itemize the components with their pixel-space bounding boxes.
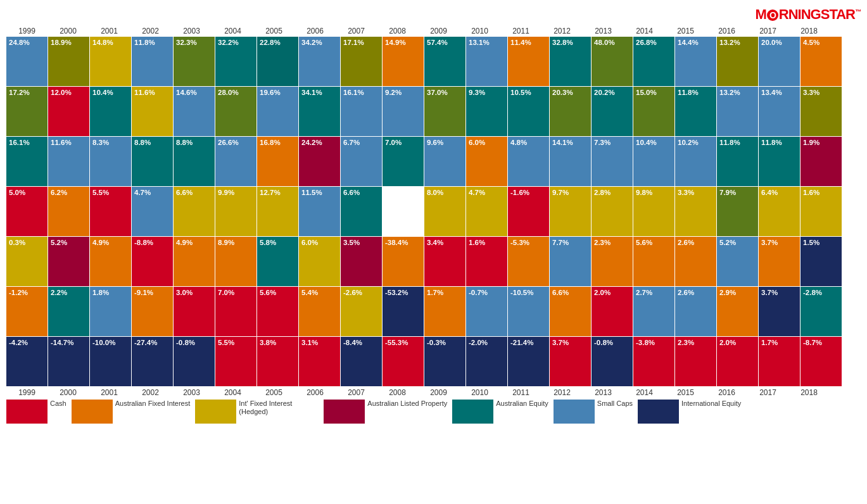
- return-cell: 26.6%: [215, 137, 256, 186]
- header: MORNINGSTAR™: [6, 6, 861, 23]
- legend-item: Small Caps: [554, 400, 633, 424]
- return-cell: 13.2%: [717, 87, 758, 136]
- return-cell: 6.0%: [466, 137, 507, 186]
- return-cell: 12.7%: [257, 187, 298, 236]
- return-cell: 11.8%: [759, 137, 800, 186]
- legend-label: Australian Fixed Interest: [113, 400, 191, 408]
- year-label: 2006: [294, 27, 336, 35]
- year-label: 2017: [747, 388, 788, 397]
- return-cell: 34.1%: [299, 87, 340, 136]
- return-cell: 20.2%: [592, 87, 633, 136]
- legend-item: International Equity: [638, 400, 741, 424]
- year-label: 2008: [377, 27, 418, 35]
- return-cell: 6.7%: [341, 137, 382, 186]
- return-cell: 2.0%: [592, 287, 633, 336]
- grid-row: 24.8%18.9%14.8%11.8%32.3%32.2%22.8%34.2%…: [6, 37, 861, 86]
- year-label: 2009: [418, 388, 459, 397]
- year-label: 2002: [130, 388, 171, 397]
- legend-color-box: [554, 400, 595, 424]
- return-cell: 10.4%: [90, 87, 131, 136]
- year-label: 2017: [747, 27, 788, 35]
- return-cell: 16.1%: [6, 137, 47, 186]
- return-cell: -5.3%: [508, 237, 549, 286]
- return-cell: 4.8%: [508, 137, 549, 186]
- year-label: 2011: [500, 27, 541, 35]
- return-cell: -0.7%: [466, 287, 507, 336]
- return-cell: 6.2%: [48, 187, 89, 236]
- return-cell: 3.7%: [759, 287, 800, 336]
- year-label: 2000: [47, 388, 89, 397]
- return-cell: 20.0%: [759, 37, 800, 86]
- return-cell: 17.1%: [341, 37, 382, 86]
- year-label: 1999: [6, 388, 47, 397]
- return-cell: 13.1%: [466, 37, 507, 86]
- return-cell: 20.3%: [550, 87, 591, 136]
- year-label: 2015: [665, 388, 706, 397]
- return-cell: 6.6%: [341, 187, 382, 236]
- year-label: 2014: [624, 388, 665, 397]
- return-cell: -1.6%: [508, 187, 549, 236]
- year-label: 2005: [253, 27, 294, 35]
- year-label: 2018: [788, 388, 830, 397]
- year-label: 2006: [294, 388, 336, 397]
- legend-item: Australian Listed Property: [324, 400, 447, 424]
- year-label: 2002: [130, 27, 171, 35]
- grid-row: 5.0%6.2%5.5%4.7%6.6%9.9%12.7%11.5%6.6%-2…: [6, 187, 861, 236]
- return-cell: 11.6%: [132, 87, 173, 136]
- return-cell: 0.3%: [6, 237, 47, 286]
- return-cell: -53.2%: [383, 287, 424, 336]
- return-cell: -0.3%: [424, 337, 465, 386]
- return-cell: 7.0%: [383, 137, 424, 186]
- return-cell: 11.8%: [132, 37, 173, 86]
- year-label: 2014: [624, 27, 665, 35]
- return-cell: 5.4%: [299, 287, 340, 336]
- legend-label: Australian Equity: [493, 400, 548, 408]
- return-cell: 6.6%: [550, 287, 591, 336]
- return-cell: 17.2%: [6, 87, 47, 136]
- return-cell: 11.5%: [299, 187, 340, 236]
- return-cell: 13.2%: [717, 37, 758, 86]
- return-cell: 24.8%: [6, 37, 47, 86]
- return-cell: 8.3%: [90, 137, 131, 186]
- return-cell: 1.8%: [90, 287, 131, 336]
- legend-label: International Equity: [679, 400, 741, 408]
- return-cell: -4.2%: [6, 337, 47, 386]
- return-cell: 37.0%: [424, 87, 465, 136]
- return-cell: 48.0%: [592, 37, 633, 86]
- return-cell: 5.8%: [257, 237, 298, 286]
- return-cell: 14.6%: [174, 87, 215, 136]
- return-cell: 3.1%: [299, 337, 340, 386]
- year-label: 2018: [788, 27, 830, 35]
- return-cell: 2.9%: [717, 287, 758, 336]
- year-label: 2015: [665, 27, 706, 35]
- return-cell: 5.5%: [215, 337, 256, 386]
- legend-item: Australian Fixed Interest: [72, 400, 191, 424]
- return-cell: -2.0%: [466, 337, 507, 386]
- return-cell: 3.3%: [801, 87, 842, 136]
- return-cell: 32.3%: [174, 37, 215, 86]
- year-label: 2012: [541, 388, 583, 397]
- return-cell: 5.0%: [6, 187, 47, 236]
- legend: CashAustralian Fixed InterestInt' Fixed …: [6, 400, 861, 424]
- grid-row: -1.2%2.2%1.8%-9.1%3.0%7.0%5.6%5.4%-2.6%-…: [6, 287, 861, 336]
- return-cell: 9.7%: [550, 187, 591, 236]
- return-cell: -0.8%: [592, 337, 633, 386]
- return-cell: -21.4%: [508, 337, 549, 386]
- return-cell: 3.0%: [174, 287, 215, 336]
- return-cell: 3.7%: [550, 337, 591, 386]
- return-cell: -8.4%: [341, 337, 382, 386]
- return-cell: 13.4%: [759, 87, 800, 136]
- return-cell: 8.0%: [424, 187, 465, 236]
- return-cell: 1.6%: [466, 237, 507, 286]
- return-cell: 4.7%: [466, 187, 507, 236]
- return-cell: -0.8%: [174, 337, 215, 386]
- return-cell: -3.8%: [633, 337, 674, 386]
- year-label: 2016: [706, 27, 747, 35]
- return-cell: 2.6%: [675, 287, 716, 336]
- return-cell: 19.6%: [257, 87, 298, 136]
- grid-row: 0.3%5.2%4.9%-8.8%4.9%8.9%5.8%6.0%3.5%-38…: [6, 237, 861, 286]
- year-label: 2013: [583, 388, 624, 397]
- return-cell: -14.7%: [48, 337, 89, 386]
- year-label: 2005: [253, 388, 294, 397]
- grid-row: 17.2%12.0%10.4%11.6%14.6%28.0%19.6%34.1%…: [6, 87, 861, 136]
